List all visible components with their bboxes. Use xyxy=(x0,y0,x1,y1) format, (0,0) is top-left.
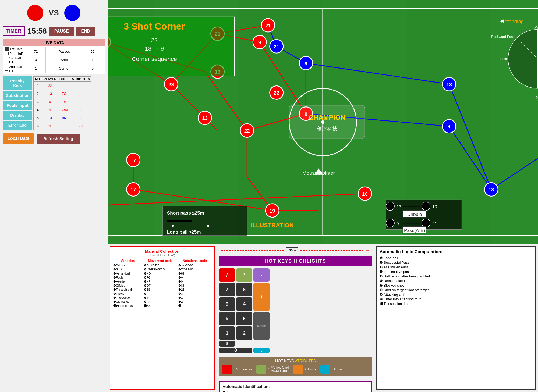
mc-note: ❷7/8/99/98 xyxy=(178,268,212,272)
key-6[interactable]: 6 xyxy=(236,312,252,325)
timer-row: TIMER 15:58 PAUSE END xyxy=(3,25,105,37)
mc-move: ❾IPT xyxy=(143,296,178,300)
svg-text:22: 22 xyxy=(244,128,250,134)
fouls-input-button[interactable]: Fouls input xyxy=(3,101,32,110)
penalty-kick-button[interactable]: Penalty Kick xyxy=(3,76,32,90)
half-1st-et[interactable]: 1st Half ET xyxy=(5,56,23,64)
key-9[interactable]: 9 xyxy=(219,297,235,311)
half-1st[interactable]: 1st Half xyxy=(5,47,23,51)
key-4[interactable]: 4 xyxy=(236,297,252,311)
player-row-3[interactable]: 3 9 DI - xyxy=(34,98,91,106)
svg-text:Defending: Defending xyxy=(501,19,524,24)
player-row-2[interactable]: 2 13 ZC - xyxy=(34,90,91,98)
mc-move: ❻OF xyxy=(143,284,178,288)
checkbox-1st-half[interactable] xyxy=(5,47,9,51)
checkbox-1st-et[interactable] xyxy=(5,59,8,62)
keypad-grid: / * - 7 8 9 4 5 6 + 1 2 3 0 . Enter xyxy=(219,268,372,353)
hka-cross: . Cross xyxy=(320,365,343,374)
local-data-button[interactable]: Local Data xyxy=(3,133,34,144)
mc-var: ❽Tackle xyxy=(112,292,143,296)
timer-value: 15:58 xyxy=(27,27,47,35)
player-attr: ZC xyxy=(70,122,91,130)
mc-move: ❺HP xyxy=(143,280,178,284)
hka-card: * *Yellow Card**Red Card xyxy=(256,365,289,374)
svg-text:22: 22 xyxy=(151,37,158,44)
stat-shot-away: 1 xyxy=(83,56,102,64)
key-minus[interactable]: - xyxy=(253,268,270,282)
key-0[interactable]: 0 xyxy=(219,348,252,353)
stat-passes-label: Passes xyxy=(46,47,83,56)
mc-col-move: Movement code xyxy=(143,258,178,263)
svg-text:±180: ±180 xyxy=(500,57,508,61)
player-number: 9 xyxy=(42,98,58,106)
player-no: 4 xyxy=(34,106,42,114)
hka-cross-box xyxy=(320,365,330,374)
mc-row-6: ❻Offside ❻OF ❻88 xyxy=(112,284,212,288)
auto-logic-item: ❽ Shot on target/Shot off target xyxy=(380,288,533,292)
svg-rect-60 xyxy=(289,105,365,139)
checkbox-2nd-half[interactable] xyxy=(5,52,9,55)
key-slash[interactable]: / xyxy=(219,268,235,282)
player-no: 5 xyxy=(34,114,42,122)
hot-keys-section: HOT KEYS HIGHLIGHTS xyxy=(219,256,372,266)
key-dot[interactable]: . xyxy=(253,348,270,353)
mc-move: ❽IT xyxy=(143,292,178,296)
mc-col-var: Variables xyxy=(112,258,143,263)
display-button[interactable]: Display xyxy=(3,111,32,120)
svg-text:21: 21 xyxy=(432,222,437,226)
bottom-buttons: Local Data Refresh Setting xyxy=(3,133,105,144)
key-1[interactable]: 1 xyxy=(219,326,235,340)
player-code: BK xyxy=(58,114,70,122)
hot-keys-title: HOT KEYS HIGHLIGHTS xyxy=(221,258,370,264)
error-log-button[interactable]: Error Log xyxy=(3,121,32,130)
mc-row-1: ❶Dribble ❶DI/AD/DB ❶*AI/55/66 xyxy=(112,263,212,268)
mc-row-5: ❺Header ❺HP ❺9 xyxy=(112,280,212,284)
key-8[interactable]: 8 xyxy=(236,283,252,296)
player-row-6[interactable]: 6 9 - ZC xyxy=(34,122,91,130)
mc-row-10: ❿Clearance ❿PH ❿2 xyxy=(112,300,212,304)
key-7[interactable]: 7 xyxy=(219,283,235,296)
player-row-1[interactable]: 1 22 - - xyxy=(34,82,91,90)
pause-button[interactable]: PAUSE xyxy=(49,27,74,36)
half-2nd[interactable]: 2nd Half xyxy=(5,52,23,56)
mc-title: Manual Collection xyxy=(112,249,212,254)
key-asterisk[interactable]: * xyxy=(236,268,252,282)
stat-shot-label: Shot xyxy=(46,56,83,64)
hka-fouls: + Fouls xyxy=(293,365,316,374)
end-button[interactable]: END xyxy=(76,27,95,36)
svg-point-101 xyxy=(386,202,394,210)
hot-keys-attrs: HOT KEYS ATRIBUTES / *Connector * *Yello… xyxy=(219,357,372,376)
half-2nd-et[interactable]: 2nd Half ET xyxy=(5,65,23,73)
key-2[interactable]: 2 xyxy=(236,326,252,340)
svg-text:13: 13 xyxy=(432,205,437,209)
player-row-5[interactable]: 5 13 BK - xyxy=(34,114,91,122)
substitution-button[interactable]: Substitution xyxy=(3,91,32,100)
mc-note: ❸89 xyxy=(178,272,212,276)
refresh-setting-button[interactable]: Refresh Setting xyxy=(37,134,80,144)
mc-col-note: Notational code xyxy=(178,258,212,263)
key-3[interactable]: 3 xyxy=(219,341,235,347)
player-number: 9 xyxy=(42,106,58,114)
svg-text:21: 21 xyxy=(265,23,271,28)
svg-point-108 xyxy=(386,219,394,227)
checkbox-2nd-et[interactable] xyxy=(5,67,8,71)
bottom-section: Manual Collection (Partial illustration*… xyxy=(108,244,538,392)
mc-table: Variables Movement code Notational code … xyxy=(112,258,212,308)
player-code: - xyxy=(58,82,70,90)
player-row-4[interactable]: 4 9 CBM - xyxy=(34,106,91,114)
auto-logic-list: ❶ Long ball❷ Successful Pass❸ Assist/Key… xyxy=(380,256,533,306)
team-header: VS xyxy=(3,3,105,23)
vs-label: VS xyxy=(49,9,59,17)
mc-var: ❼Through ball xyxy=(112,288,143,292)
auto-logic-title: Automatic Logic Computation: xyxy=(380,250,533,254)
key-plus[interactable]: + xyxy=(253,283,270,311)
mc-note: ❶*AI/55/66 xyxy=(178,263,212,268)
key-enter[interactable]: Enter xyxy=(253,312,270,340)
mc-note: ❾1 xyxy=(178,296,212,300)
mc-row-9: ❾Interception ❾IPT ❾1 xyxy=(112,296,212,300)
player-number: 9 xyxy=(42,122,58,130)
auto-logic-item: ⓫ Possession time xyxy=(380,302,533,306)
svg-text:13 → 9: 13 → 9 xyxy=(145,45,164,52)
action-buttons: Penalty Kick Substitution Fouls input Di… xyxy=(3,76,32,130)
key-5[interactable]: 5 xyxy=(219,312,235,325)
